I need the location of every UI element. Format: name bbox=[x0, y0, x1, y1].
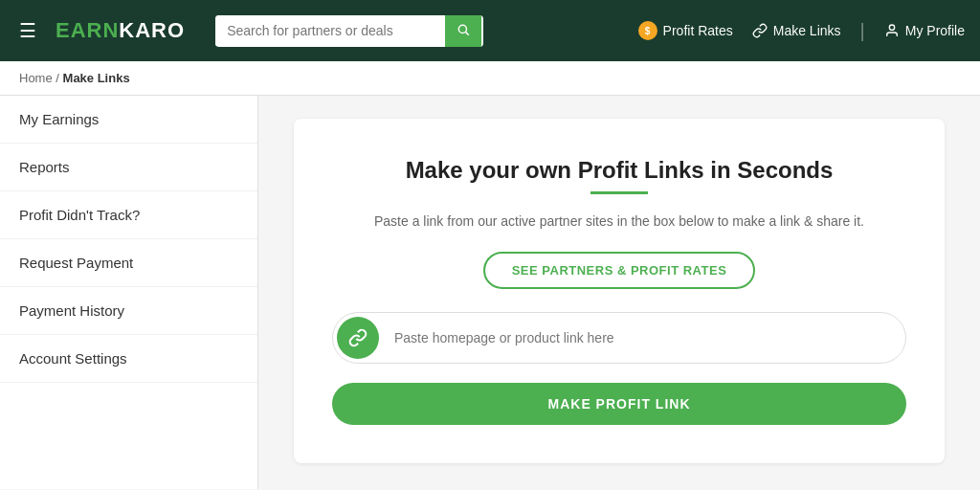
logo-earn: EARN bbox=[56, 18, 119, 43]
header-right: $ Profit Rates Make Links | My Profile bbox=[638, 20, 965, 42]
sidebar: My Earnings Reports Profit Didn't Track?… bbox=[0, 96, 258, 489]
make-profit-link-button[interactable]: MAKE PROFIT LINK bbox=[332, 383, 906, 425]
breadcrumb-home[interactable]: Home bbox=[19, 71, 53, 85]
breadcrumb-current: Make Links bbox=[63, 71, 130, 85]
svg-point-0 bbox=[458, 25, 466, 33]
sidebar-item-request-payment[interactable]: Request Payment bbox=[0, 239, 257, 287]
card-title: Make your own Profit Links in Seconds bbox=[332, 157, 906, 184]
link-input[interactable] bbox=[379, 321, 902, 355]
main-layout: My Earnings Reports Profit Didn't Track?… bbox=[0, 96, 980, 489]
search-icon bbox=[457, 23, 470, 36]
profit-rates-label: Profit Rates bbox=[663, 23, 733, 38]
svg-line-1 bbox=[466, 32, 469, 34]
breadcrumb: Home / Make Links bbox=[0, 61, 980, 96]
link-input-row bbox=[332, 312, 906, 364]
make-links-link[interactable]: Make Links bbox=[752, 23, 841, 38]
breadcrumb-separator: / bbox=[56, 71, 62, 85]
sidebar-item-reports[interactable]: Reports bbox=[0, 144, 257, 191]
logo-karo: KARO bbox=[119, 18, 185, 43]
hamburger-icon[interactable]: ☰ bbox=[15, 15, 40, 46]
see-partners-button[interactable]: SEE PARTNERS & PROFIT RATES bbox=[483, 252, 756, 289]
divider: | bbox=[860, 20, 865, 42]
card-subtitle: Paste a link from our active partner sit… bbox=[332, 213, 906, 229]
sidebar-item-account-settings[interactable]: Account Settings bbox=[0, 335, 257, 383]
link-circle-icon bbox=[337, 317, 379, 359]
my-profile-link[interactable]: My Profile bbox=[884, 23, 965, 38]
my-profile-label: My Profile bbox=[905, 23, 965, 38]
make-links-card: Make your own Profit Links in Seconds Pa… bbox=[294, 119, 945, 463]
sidebar-item-profit-track[interactable]: Profit Didn't Track? bbox=[0, 191, 257, 239]
sidebar-item-my-earnings[interactable]: My Earnings bbox=[0, 96, 257, 144]
header: ☰ EARNKARO $ Profit Rates Make Links | bbox=[0, 0, 980, 61]
search-bar bbox=[215, 15, 483, 47]
profit-rates-link[interactable]: $ Profit Rates bbox=[638, 21, 733, 40]
search-button[interactable] bbox=[445, 15, 481, 47]
make-links-label: Make Links bbox=[773, 23, 841, 38]
chain-icon bbox=[348, 328, 368, 347]
content-area: Make your own Profit Links in Seconds Pa… bbox=[258, 96, 980, 489]
link-icon bbox=[752, 23, 768, 38]
card-underline bbox=[590, 191, 648, 194]
logo: EARNKARO bbox=[56, 18, 185, 43]
search-input[interactable] bbox=[215, 15, 445, 46]
svg-point-2 bbox=[889, 25, 894, 30]
coin-icon: $ bbox=[638, 21, 657, 40]
sidebar-item-payment-history[interactable]: Payment History bbox=[0, 287, 257, 335]
profile-icon bbox=[884, 23, 900, 38]
